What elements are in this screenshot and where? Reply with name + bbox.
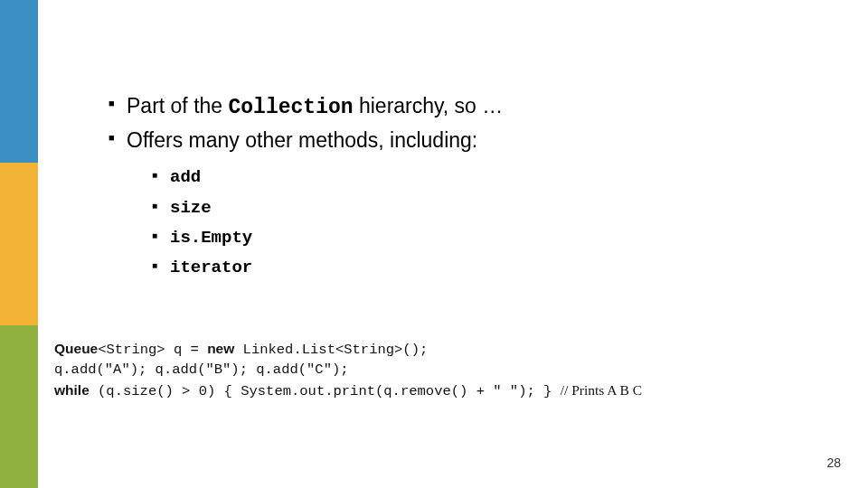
page-number: 28 xyxy=(826,455,841,470)
bullet-1-code: Collection xyxy=(229,96,354,119)
bullet-1-post: hierarchy, so … xyxy=(354,94,504,117)
side-stripe-green xyxy=(0,325,38,488)
sub-bullet-isempty: is.Empty xyxy=(152,222,814,252)
sub-iterator: iterator xyxy=(170,258,252,277)
side-stripe-blue xyxy=(0,0,38,163)
code-example: Queue<String> q = new Linked.List<String… xyxy=(54,339,832,401)
code-l1b: <String> q = xyxy=(98,342,207,358)
sub-bullet-add: add xyxy=(152,162,814,192)
slide: Part of the Collection hierarchy, so … O… xyxy=(0,0,868,488)
side-stripe-gold xyxy=(0,163,38,325)
sub-isempty: is.Empty xyxy=(170,228,252,248)
code-kw-while: while xyxy=(54,382,90,398)
code-kw-new: new xyxy=(207,341,234,356)
bullet-1-pre: Part of the xyxy=(127,94,229,117)
code-comment-text: Prints A B C xyxy=(571,382,642,398)
code-comment-slash: // xyxy=(561,382,572,398)
code-l3b: (q.size() > 0) { System.out.print(q.remo… xyxy=(90,383,561,399)
code-l2: q.add("A"); q.add("B"); q.add("C"); xyxy=(54,361,349,378)
code-l1d: Linked.List<String>(); xyxy=(234,342,428,358)
sub-bullet-iterator: iterator xyxy=(152,252,814,282)
sub-bullet-list: add size is.Empty iterator xyxy=(152,162,814,282)
bullet-2: Offers many other methods, including: ad… xyxy=(108,125,814,283)
bullet-1: Part of the Collection hierarchy, so … xyxy=(108,90,814,125)
slide-content: Part of the Collection hierarchy, so … O… xyxy=(108,90,814,282)
bullet-2-text: Offers many other methods, including: xyxy=(127,128,477,152)
sub-size: size xyxy=(170,198,212,218)
bullet-list: Part of the Collection hierarchy, so … O… xyxy=(108,90,814,282)
sub-add: add xyxy=(170,167,201,187)
code-kw-queue: Queue xyxy=(54,341,98,356)
sub-bullet-size: size xyxy=(152,192,814,222)
